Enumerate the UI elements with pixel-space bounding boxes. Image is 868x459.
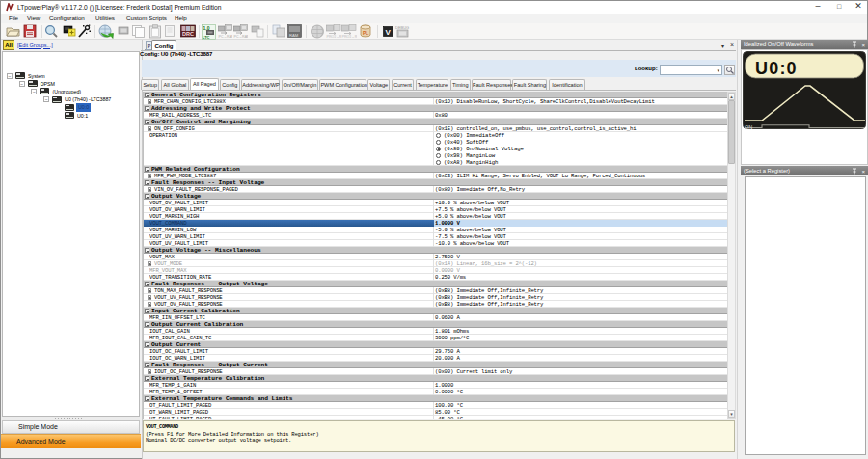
svg-text:PL: PL (363, 30, 368, 36)
svg-text:ON: ON (745, 124, 752, 130)
svg-text:PC→RAM: PC→RAM (234, 35, 249, 39)
svg-text:V: V (386, 28, 392, 37)
svg-text:DRC: DRC (182, 31, 194, 37)
svg-text:1,0: 1,0 (203, 25, 210, 31)
svg-text:DEBUG: DEBUG (395, 25, 409, 30)
svg-text:PC→RAM: PC→RAM (219, 35, 233, 39)
svg-text:RAM: RAM (289, 33, 299, 38)
svg-text:U0:0: U0:0 (755, 59, 798, 78)
svg-text:PROJ→R: PROJ→R (327, 35, 342, 39)
svg-text:PROJ→R: PROJ→R (342, 35, 358, 39)
